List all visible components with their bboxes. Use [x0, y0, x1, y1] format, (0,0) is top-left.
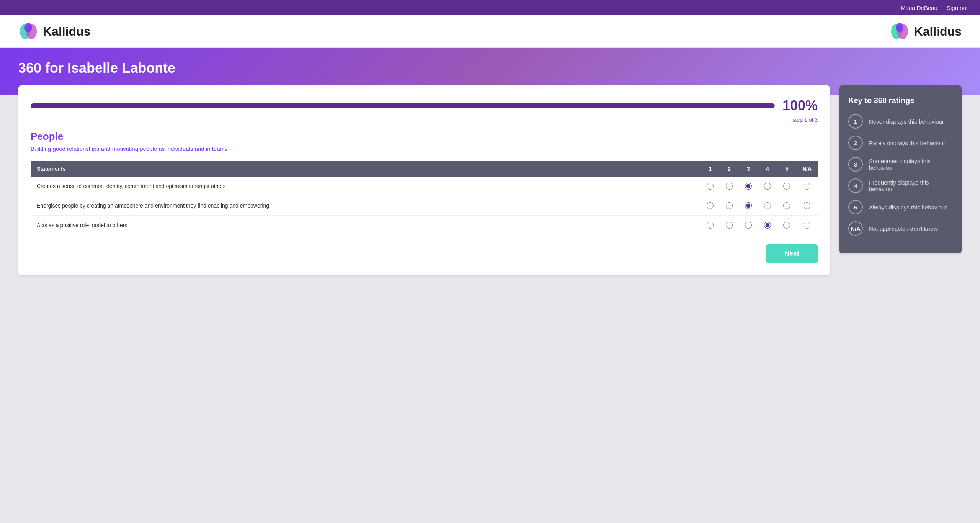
col-header-4: 4 [758, 161, 777, 177]
header: Kallidus Kallidus [0, 15, 980, 48]
logo-text-right: Kallidus [914, 25, 962, 39]
radio-option-6[interactable] [804, 202, 810, 209]
radio-cell [701, 196, 720, 216]
radio-cell [720, 177, 739, 196]
radio-option-3[interactable] [745, 202, 752, 209]
table-header-row: Statements 1 2 3 4 5 N/A [31, 161, 818, 177]
radio-cell [796, 177, 818, 196]
section-subtitle: Building good relationships and motivati… [31, 145, 818, 152]
user-name: Maria DeBeau [901, 5, 938, 11]
key-item: 3Sometimes displays this behaviour [848, 157, 952, 172]
sign-out-link[interactable]: Sign out [947, 5, 968, 11]
radio-option-1[interactable] [707, 222, 714, 229]
radio-option-5[interactable] [783, 183, 790, 190]
progress-percent: 100% [782, 98, 818, 114]
statement-cell: Acts as a positive role model to others [31, 216, 701, 235]
radio-option-3[interactable] [745, 183, 752, 190]
main-card: 100% step 1 of 3 People Building good re… [18, 85, 830, 275]
radio-option-3[interactable] [745, 222, 752, 229]
progress-section: 100% [31, 98, 818, 114]
radio-cell [739, 216, 758, 235]
radio-cell [739, 196, 758, 216]
col-header-2: 2 [720, 161, 739, 177]
top-nav: Maria DeBeau Sign out [0, 0, 980, 15]
radio-option-6[interactable] [804, 183, 810, 190]
key-label: Rarely displays this behaviour [869, 140, 945, 146]
col-header-3: 3 [739, 161, 758, 177]
key-circle: 3 [848, 157, 863, 172]
main-content: 100% step 1 of 3 People Building good re… [0, 85, 980, 294]
radio-option-1[interactable] [707, 183, 714, 190]
radio-cell [739, 177, 758, 196]
table-row: Creates a sense of common identity, comm… [31, 177, 818, 196]
radio-cell [777, 216, 796, 235]
table-row: Acts as a positive role model to others [31, 216, 818, 235]
key-item: 1Never displays this behaviour [848, 114, 952, 129]
logo-text-left: Kallidus [43, 25, 90, 39]
key-label: Not applicable / don't know [869, 226, 938, 232]
logo-icon-right [890, 21, 910, 41]
radio-cell [758, 216, 777, 235]
radio-option-4[interactable] [764, 202, 771, 209]
radio-cell [777, 196, 796, 216]
radio-cell [758, 196, 777, 216]
key-title: Key to 360 ratings [848, 96, 952, 105]
radio-option-1[interactable] [707, 202, 714, 209]
radio-option-2[interactable] [726, 202, 733, 209]
progress-bar-container [31, 103, 775, 108]
radio-option-6[interactable] [804, 222, 810, 229]
section-title: People [31, 131, 818, 142]
key-items-container: 1Never displays this behaviour2Rarely di… [848, 114, 952, 236]
next-button[interactable]: Next [766, 244, 818, 263]
statement-cell: Creates a sense of common identity, comm… [31, 177, 701, 196]
radio-cell [720, 196, 739, 216]
radio-option-5[interactable] [783, 202, 790, 209]
radio-cell [701, 177, 720, 196]
radio-cell [796, 196, 818, 216]
key-item: 2Rarely displays this behaviour [848, 136, 952, 150]
col-header-na: N/A [796, 161, 818, 177]
radio-cell [796, 216, 818, 235]
key-item: 5Always displays this behaviour [848, 200, 952, 214]
key-item: N/ANot applicable / don't know [848, 221, 952, 236]
radio-cell [701, 216, 720, 235]
radio-cell [720, 216, 739, 235]
radio-cell [777, 177, 796, 196]
logo-right: Kallidus [890, 21, 962, 41]
statements-table: Statements 1 2 3 4 5 N/A Creates a sense… [31, 161, 818, 235]
next-button-row: Next [31, 244, 818, 263]
key-circle: N/A [848, 221, 863, 236]
radio-option-5[interactable] [783, 222, 790, 229]
svg-point-5 [896, 23, 903, 32]
radio-option-2[interactable] [726, 183, 733, 190]
key-label: Always displays this behaviour [869, 204, 947, 211]
radio-option-4[interactable] [764, 183, 771, 190]
banner-title: 360 for Isabelle Labonte [18, 60, 962, 76]
radio-option-4[interactable] [764, 222, 771, 229]
col-header-5: 5 [777, 161, 796, 177]
col-header-1: 1 [701, 161, 720, 177]
table-row: Energises people by creating an atmosphe… [31, 196, 818, 216]
svg-point-2 [24, 23, 32, 32]
key-circle: 1 [848, 114, 863, 129]
radio-cell [758, 177, 777, 196]
key-circle: 5 [848, 200, 863, 214]
logo-left: Kallidus [18, 21, 90, 41]
radio-option-2[interactable] [726, 222, 733, 229]
statement-cell: Energises people by creating an atmosphe… [31, 196, 701, 216]
step-info: step 1 of 3 [31, 117, 818, 123]
key-label: Frequently displays this behaviour [869, 179, 952, 192]
key-label: Sometimes displays this behaviour [869, 158, 952, 171]
logo-icon-left [18, 21, 38, 41]
key-circle: 2 [848, 136, 863, 150]
key-circle: 4 [848, 178, 863, 193]
progress-bar-fill [31, 103, 775, 108]
key-panel: Key to 360 ratings 1Never displays this … [839, 85, 962, 253]
key-label: Never displays this behaviour [869, 118, 944, 125]
key-item: 4Frequently displays this behaviour [848, 178, 952, 193]
col-header-statements: Statements [31, 161, 701, 177]
